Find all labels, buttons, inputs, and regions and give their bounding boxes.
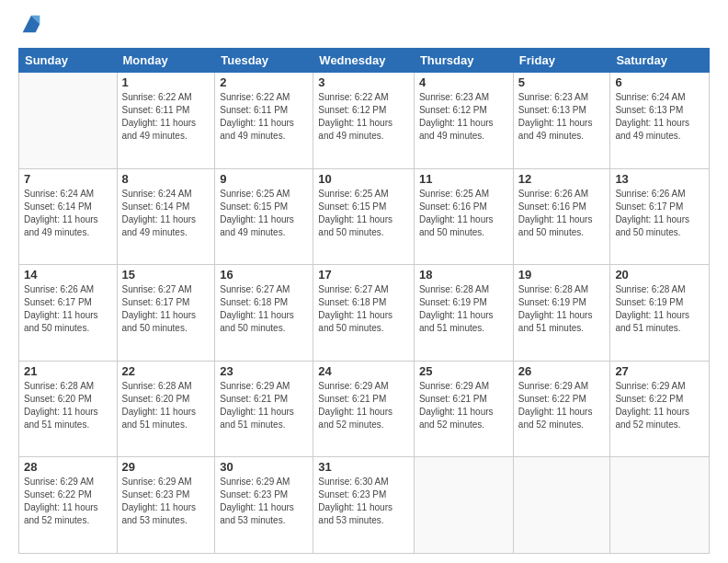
calendar-cell: 14Sunrise: 6:26 AMSunset: 6:17 PMDayligh… (19, 265, 118, 362)
calendar-cell: 10Sunrise: 6:25 AMSunset: 6:15 PMDayligh… (313, 168, 415, 265)
day-number: 28 (24, 460, 112, 474)
calendar-cell: 20Sunrise: 6:28 AMSunset: 6:19 PMDayligh… (610, 265, 710, 362)
logo-icon (18, 11, 44, 37)
day-number: 18 (419, 268, 508, 282)
day-info: Sunrise: 6:26 AMSunset: 6:17 PMDaylight:… (24, 283, 112, 335)
calendar-cell: 26Sunrise: 6:29 AMSunset: 6:22 PMDayligh… (513, 361, 610, 457)
weekday-sunday: Sunday (19, 49, 118, 73)
day-info: Sunrise: 6:29 AMSunset: 6:23 PMDaylight:… (122, 476, 210, 527)
day-number: 24 (318, 364, 409, 378)
day-number: 5 (518, 75, 606, 89)
weekday-monday: Monday (117, 49, 215, 73)
day-number: 3 (318, 75, 409, 89)
calendar-cell: 29Sunrise: 6:29 AMSunset: 6:23 PMDayligh… (117, 457, 215, 554)
calendar-cell: 30Sunrise: 6:29 AMSunset: 6:23 PMDayligh… (215, 457, 313, 554)
day-info: Sunrise: 6:29 AMSunset: 6:22 PMDaylight:… (24, 476, 112, 527)
day-number: 14 (24, 268, 112, 282)
day-info: Sunrise: 6:22 AMSunset: 6:11 PMDaylight:… (220, 91, 308, 143)
day-info: Sunrise: 6:22 AMSunset: 6:12 PMDaylight:… (318, 91, 409, 143)
day-number: 7 (24, 172, 112, 186)
day-info: Sunrise: 6:25 AMSunset: 6:15 PMDaylight:… (318, 188, 409, 239)
day-info: Sunrise: 6:29 AMSunset: 6:21 PMDaylight:… (318, 380, 409, 431)
calendar-cell: 3Sunrise: 6:22 AMSunset: 6:12 PMDaylight… (313, 73, 415, 169)
day-info: Sunrise: 6:29 AMSunset: 6:22 PMDaylight:… (615, 380, 704, 431)
calendar-cell: 13Sunrise: 6:26 AMSunset: 6:17 PMDayligh… (610, 168, 710, 265)
calendar-cell: 19Sunrise: 6:28 AMSunset: 6:19 PMDayligh… (513, 265, 610, 362)
day-info: Sunrise: 6:27 AMSunset: 6:18 PMDaylight:… (318, 283, 409, 335)
weekday-saturday: Saturday (610, 49, 710, 73)
header (18, 15, 710, 40)
day-info: Sunrise: 6:29 AMSunset: 6:23 PMDaylight:… (220, 476, 308, 527)
calendar-cell (19, 73, 118, 169)
weekday-friday: Friday (513, 49, 610, 73)
day-number: 20 (615, 268, 704, 282)
day-number: 15 (122, 268, 210, 282)
day-number: 25 (419, 364, 508, 378)
calendar-cell: 28Sunrise: 6:29 AMSunset: 6:22 PMDayligh… (19, 457, 118, 554)
day-info: Sunrise: 6:27 AMSunset: 6:18 PMDaylight:… (220, 283, 308, 335)
week-row-2: 14Sunrise: 6:26 AMSunset: 6:17 PMDayligh… (19, 265, 710, 362)
day-number: 10 (318, 172, 409, 186)
day-number: 29 (122, 460, 210, 474)
day-info: Sunrise: 6:22 AMSunset: 6:11 PMDaylight:… (122, 91, 210, 143)
day-number: 21 (24, 364, 112, 378)
day-info: Sunrise: 6:23 AMSunset: 6:12 PMDaylight:… (419, 91, 508, 143)
day-info: Sunrise: 6:27 AMSunset: 6:17 PMDaylight:… (122, 283, 210, 335)
day-info: Sunrise: 6:28 AMSunset: 6:20 PMDaylight:… (24, 380, 112, 431)
day-number: 31 (318, 460, 409, 474)
day-info: Sunrise: 6:24 AMSunset: 6:14 PMDaylight:… (122, 188, 210, 239)
calendar-cell: 25Sunrise: 6:29 AMSunset: 6:21 PMDayligh… (414, 361, 513, 457)
day-number: 2 (220, 75, 308, 89)
calendar-cell: 12Sunrise: 6:26 AMSunset: 6:16 PMDayligh… (513, 168, 610, 265)
day-info: Sunrise: 6:23 AMSunset: 6:13 PMDaylight:… (518, 91, 606, 143)
day-info: Sunrise: 6:29 AMSunset: 6:22 PMDaylight:… (518, 380, 606, 431)
day-info: Sunrise: 6:24 AMSunset: 6:13 PMDaylight:… (615, 91, 704, 143)
day-info: Sunrise: 6:24 AMSunset: 6:14 PMDaylight:… (24, 188, 112, 239)
day-number: 17 (318, 268, 409, 282)
weekday-tuesday: Tuesday (215, 49, 313, 73)
week-row-4: 28Sunrise: 6:29 AMSunset: 6:22 PMDayligh… (19, 457, 710, 554)
calendar-cell: 18Sunrise: 6:28 AMSunset: 6:19 PMDayligh… (414, 265, 513, 362)
day-number: 9 (220, 172, 308, 186)
calendar-cell: 2Sunrise: 6:22 AMSunset: 6:11 PMDaylight… (215, 73, 313, 169)
calendar-cell: 23Sunrise: 6:29 AMSunset: 6:21 PMDayligh… (215, 361, 313, 457)
day-info: Sunrise: 6:28 AMSunset: 6:19 PMDaylight:… (419, 283, 508, 335)
calendar-cell: 9Sunrise: 6:25 AMSunset: 6:15 PMDaylight… (215, 168, 313, 265)
calendar-cell (610, 457, 710, 554)
calendar-cell (414, 457, 513, 554)
day-info: Sunrise: 6:28 AMSunset: 6:20 PMDaylight:… (122, 380, 210, 431)
calendar-cell: 6Sunrise: 6:24 AMSunset: 6:13 PMDaylight… (610, 73, 710, 169)
day-info: Sunrise: 6:29 AMSunset: 6:21 PMDaylight:… (220, 380, 308, 431)
day-number: 23 (220, 364, 308, 378)
weekday-header-row: SundayMondayTuesdayWednesdayThursdayFrid… (19, 49, 710, 73)
day-info: Sunrise: 6:26 AMSunset: 6:17 PMDaylight:… (615, 188, 704, 239)
calendar-cell: 4Sunrise: 6:23 AMSunset: 6:12 PMDaylight… (414, 73, 513, 169)
day-info: Sunrise: 6:30 AMSunset: 6:23 PMDaylight:… (318, 476, 409, 527)
day-number: 26 (518, 364, 606, 378)
calendar-cell: 8Sunrise: 6:24 AMSunset: 6:14 PMDaylight… (117, 168, 215, 265)
calendar-cell: 7Sunrise: 6:24 AMSunset: 6:14 PMDaylight… (19, 168, 118, 265)
weekday-wednesday: Wednesday (313, 49, 415, 73)
week-row-3: 21Sunrise: 6:28 AMSunset: 6:20 PMDayligh… (19, 361, 710, 457)
day-number: 16 (220, 268, 308, 282)
calendar-cell: 31Sunrise: 6:30 AMSunset: 6:23 PMDayligh… (313, 457, 415, 554)
calendar-cell: 24Sunrise: 6:29 AMSunset: 6:21 PMDayligh… (313, 361, 415, 457)
day-number: 11 (419, 172, 508, 186)
weekday-thursday: Thursday (414, 49, 513, 73)
day-info: Sunrise: 6:25 AMSunset: 6:16 PMDaylight:… (419, 188, 508, 239)
calendar-table: SundayMondayTuesdayWednesdayThursdayFrid… (18, 48, 710, 554)
day-number: 13 (615, 172, 704, 186)
day-info: Sunrise: 6:29 AMSunset: 6:21 PMDaylight:… (419, 380, 508, 431)
calendar-cell: 16Sunrise: 6:27 AMSunset: 6:18 PMDayligh… (215, 265, 313, 362)
calendar-cell: 27Sunrise: 6:29 AMSunset: 6:22 PMDayligh… (610, 361, 710, 457)
calendar-cell: 21Sunrise: 6:28 AMSunset: 6:20 PMDayligh… (19, 361, 118, 457)
day-number: 4 (419, 75, 508, 89)
calendar-cell (513, 457, 610, 554)
day-info: Sunrise: 6:28 AMSunset: 6:19 PMDaylight:… (615, 283, 704, 335)
calendar-cell: 5Sunrise: 6:23 AMSunset: 6:13 PMDaylight… (513, 73, 610, 169)
day-number: 12 (518, 172, 606, 186)
day-number: 1 (122, 75, 210, 89)
day-number: 19 (518, 268, 606, 282)
calendar-cell: 15Sunrise: 6:27 AMSunset: 6:17 PMDayligh… (117, 265, 215, 362)
week-row-1: 7Sunrise: 6:24 AMSunset: 6:14 PMDaylight… (19, 168, 710, 265)
